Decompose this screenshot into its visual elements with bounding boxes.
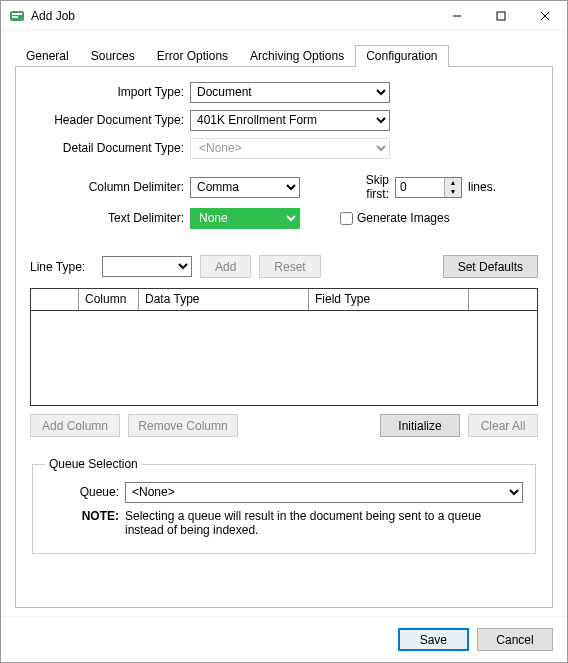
content: General Sources Error Options Archiving … <box>1 31 567 616</box>
cancel-button[interactable]: Cancel <box>477 628 553 651</box>
queue-note-label: NOTE: <box>45 509 125 523</box>
svg-rect-1 <box>12 13 22 15</box>
header-doc-type-label: Header Document Type: <box>30 113 190 127</box>
add-column-button: Add Column <box>30 414 120 437</box>
detail-doc-type-label: Detail Document Type: <box>30 141 190 155</box>
queue-selection-group: Queue Selection Queue: <None> NOTE: Sele… <box>32 457 536 554</box>
reset-button: Reset <box>259 255 320 278</box>
svg-rect-4 <box>497 12 505 20</box>
queue-select[interactable]: <None> <box>125 482 523 503</box>
columns-table: Column Data Type Field Type <box>30 288 538 406</box>
tab-configuration[interactable]: Configuration <box>355 45 448 67</box>
svg-rect-2 <box>12 16 18 18</box>
generate-images-input[interactable] <box>340 212 353 225</box>
col-header-field-type[interactable]: Field Type <box>309 289 469 310</box>
skip-first-label: Skip first: <box>340 173 395 201</box>
header-doc-type-select[interactable]: 401K Enrollment Form <box>190 110 390 131</box>
dialog-footer: Save Cancel <box>1 616 567 662</box>
tab-error-options[interactable]: Error Options <box>146 45 239 67</box>
configuration-panel: Import Type: Document Header Document Ty… <box>15 67 553 608</box>
add-button: Add <box>200 255 251 278</box>
tabs: General Sources Error Options Archiving … <box>15 43 553 67</box>
skip-first-input[interactable] <box>396 178 444 197</box>
tab-archiving-options[interactable]: Archiving Options <box>239 45 355 67</box>
columns-table-header: Column Data Type Field Type <box>31 289 537 311</box>
col-header-blank[interactable] <box>31 289 79 310</box>
line-type-label: Line Type: <box>30 260 102 274</box>
initialize-button[interactable]: Initialize <box>380 414 460 437</box>
maximize-button[interactable] <box>479 1 523 31</box>
window: Add Job General Sources Error Options Ar… <box>0 0 568 663</box>
close-button[interactable] <box>523 1 567 31</box>
tab-general[interactable]: General <box>15 45 80 67</box>
text-delimiter-select[interactable]: None <box>190 208 300 229</box>
tab-sources[interactable]: Sources <box>80 45 146 67</box>
queue-selection-legend: Queue Selection <box>45 457 142 471</box>
col-header-data-type[interactable]: Data Type <box>139 289 309 310</box>
app-icon <box>9 8 25 24</box>
line-type-select[interactable] <box>102 256 192 277</box>
column-delimiter-select[interactable]: Comma <box>190 177 300 198</box>
col-header-column[interactable]: Column <box>79 289 139 310</box>
save-button[interactable]: Save <box>398 628 469 651</box>
import-type-label: Import Type: <box>30 85 190 99</box>
remove-column-button: Remove Column <box>128 414 238 437</box>
queue-label: Queue: <box>45 485 125 499</box>
skip-first-suffix: lines. <box>462 180 496 194</box>
detail-doc-type-select: <None> <box>190 138 390 159</box>
set-defaults-button[interactable]: Set Defaults <box>443 255 538 278</box>
generate-images-label: Generate Images <box>357 211 450 225</box>
generate-images-checkbox[interactable]: Generate Images <box>340 211 450 225</box>
import-type-select[interactable]: Document <box>190 82 390 103</box>
window-title: Add Job <box>31 9 75 23</box>
minimize-button[interactable] <box>435 1 479 31</box>
column-delimiter-label: Column Delimiter: <box>30 180 190 194</box>
skip-first-spinner[interactable]: ▲ ▼ <box>395 177 462 198</box>
queue-note-text: Selecting a queue will result in the doc… <box>125 509 523 537</box>
skip-first-up[interactable]: ▲ <box>445 178 461 188</box>
col-header-trailing[interactable] <box>469 289 537 310</box>
skip-first-down[interactable]: ▼ <box>445 187 461 197</box>
text-delimiter-label: Text Delimiter: <box>30 211 190 225</box>
titlebar: Add Job <box>1 1 567 31</box>
clear-all-button: Clear All <box>468 414 538 437</box>
